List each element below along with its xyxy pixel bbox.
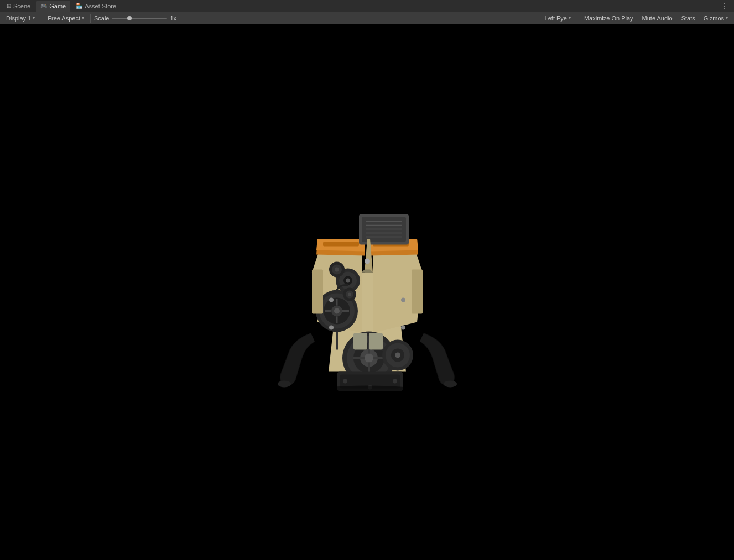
engine-model (251, 161, 483, 399)
svg-rect-55 (353, 333, 367, 349)
svg-point-13 (334, 308, 340, 313)
toolbar-right: Left Eye ▾ Maximize On Play Mute Audio S… (542, 13, 731, 23)
scene-icon: ⊞ (7, 3, 11, 9)
game-viewport (0, 24, 734, 560)
mute-audio-button[interactable]: Mute Audio (639, 13, 676, 23)
svg-point-50 (401, 297, 405, 302)
mute-label: Mute Audio (642, 15, 673, 22)
tab-asset-store-label: Asset Store (85, 3, 116, 9)
svg-point-46 (278, 380, 291, 387)
stats-button[interactable]: Stats (678, 13, 699, 23)
left-eye-label: Left Eye (545, 15, 567, 22)
gizmos-label: Gizmos (704, 15, 724, 22)
tab-asset-store[interactable]: 🏪 Asset Store (71, 1, 121, 12)
svg-point-48 (329, 297, 334, 302)
scale-control: Scale 1x (94, 15, 176, 22)
stats-label: Stats (681, 15, 695, 22)
tab-scene[interactable]: ⊞ Scene (2, 1, 35, 12)
svg-rect-53 (312, 269, 323, 313)
gizmos-chevron: ▾ (726, 15, 728, 20)
tab-scene-label: Scene (13, 3, 30, 9)
display-selector[interactable]: Display 1 ▾ (3, 13, 38, 23)
tab-more-button[interactable]: ⋮ (717, 1, 732, 12)
left-eye-selector[interactable]: Left Eye ▾ (542, 13, 574, 23)
svg-point-32 (365, 353, 373, 362)
toolbar-separator-1 (41, 14, 41, 23)
game-icon: 🎮 (40, 3, 47, 9)
svg-point-49 (329, 325, 334, 329)
svg-point-47 (444, 380, 457, 387)
svg-point-24 (335, 267, 339, 271)
svg-point-43 (343, 379, 347, 383)
svg-point-21 (346, 278, 350, 282)
tab-bar: ⊞ Scene 🎮 Game 🏪 Asset Store ⋮ (0, 0, 734, 12)
engine-svg (251, 161, 483, 399)
asset-store-icon: 🏪 (76, 3, 82, 9)
aspect-label: Free Aspect (48, 15, 80, 22)
toolbar: Display 1 ▾ Free Aspect ▾ Scale 1x Left … (0, 12, 734, 24)
toolbar-separator-3 (577, 14, 577, 23)
aspect-selector[interactable]: Free Aspect ▾ (45, 13, 87, 23)
toolbar-separator-2 (90, 14, 91, 23)
display-label: Display 1 (6, 15, 31, 22)
maximize-on-play-button[interactable]: Maximize On Play (581, 13, 637, 23)
svg-point-27 (348, 292, 351, 296)
gizmos-selector[interactable]: Gizmos ▾ (701, 13, 731, 23)
svg-point-40 (395, 352, 400, 358)
svg-rect-56 (369, 333, 383, 349)
svg-point-57 (312, 385, 423, 396)
svg-point-44 (393, 379, 397, 383)
scale-value: 1x (170, 15, 176, 22)
more-icon: ⋮ (721, 2, 728, 11)
svg-point-52 (365, 258, 370, 264)
left-eye-chevron: ▾ (569, 15, 571, 20)
tab-game[interactable]: 🎮 Game (36, 1, 70, 12)
svg-rect-0 (323, 242, 359, 246)
scale-label: Scale (94, 15, 110, 22)
tab-game-label: Game (49, 3, 66, 9)
display-chevron: ▾ (33, 15, 35, 20)
maximize-label: Maximize On Play (584, 15, 633, 22)
svg-point-51 (401, 325, 405, 329)
scale-slider[interactable] (112, 18, 167, 19)
aspect-chevron: ▾ (82, 15, 84, 20)
svg-rect-54 (412, 269, 423, 313)
